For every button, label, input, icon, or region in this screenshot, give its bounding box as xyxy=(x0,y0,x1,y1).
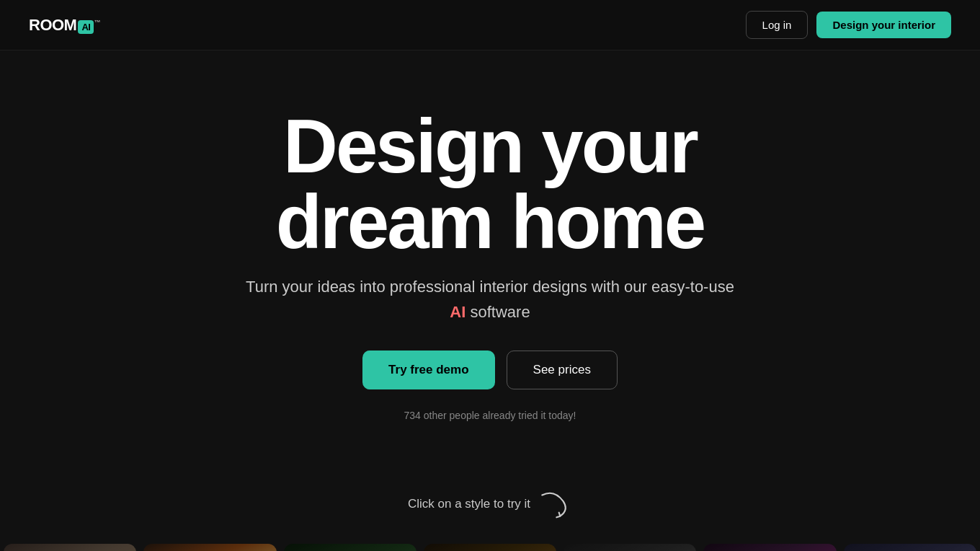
hint-label: Click on a style to try it xyxy=(408,497,530,511)
gallery-section: Click on a style to try it Japanese ZenB… xyxy=(0,464,980,551)
brand-tm: ™ xyxy=(94,18,100,25)
style-card-bohemian[interactable]: Bohemian xyxy=(143,544,276,551)
hero-title-line2: dream home xyxy=(276,180,704,264)
hero-subtitle-before: Turn your ideas into professional interi… xyxy=(246,278,734,296)
style-card-candy-land[interactable]: Candy Land xyxy=(703,544,836,551)
style-card-cosmic-chic[interactable]: Cosmic Chic xyxy=(284,544,416,551)
style-card-bg-contemporary xyxy=(844,544,976,551)
hero-buttons: Try free demo See prices xyxy=(362,351,618,389)
hero-subtitle: Turn your ideas into professional interi… xyxy=(238,274,742,325)
style-card-bg-steampunk xyxy=(424,544,556,551)
brand-ai-badge: AI xyxy=(78,20,94,34)
style-card-industrial[interactable]: Industrial xyxy=(564,544,696,551)
style-card-bg-candy-land xyxy=(703,544,836,551)
design-button[interactable]: Design your interior xyxy=(816,12,951,38)
hero-ai-highlight: AI xyxy=(450,303,466,321)
style-card-japanese-zen[interactable]: Japanese Zen xyxy=(4,544,136,551)
style-card-bg-industrial xyxy=(564,544,696,551)
style-card-steampunk[interactable]: Steampunk xyxy=(424,544,556,551)
curved-arrow-icon xyxy=(536,486,572,522)
style-card-contemporary[interactable]: Contemporary xyxy=(844,544,976,551)
nav-buttons: Log in Design your interior xyxy=(746,11,951,39)
style-card-bg-cosmic-chic xyxy=(284,544,416,551)
navbar: ROOMAI™ Log in Design your interior xyxy=(0,0,980,50)
brand-name: ROOM xyxy=(29,16,76,34)
see-prices-button[interactable]: See prices xyxy=(507,351,618,389)
click-hint: Click on a style to try it xyxy=(0,486,980,522)
style-card-bg-bohemian xyxy=(143,544,276,551)
hero-section: Design your dream home Turn your ideas i… xyxy=(0,50,980,464)
hero-title-line1: Design your xyxy=(283,104,697,188)
hero-count-text: 734 other people already tried it today! xyxy=(404,410,576,421)
style-cards-row: Japanese ZenBohemianCosmic ChicSteampunk… xyxy=(0,544,980,551)
hero-subtitle-after: software xyxy=(466,303,530,321)
logo-text: ROOMAI™ xyxy=(29,16,100,35)
logo: ROOMAI™ xyxy=(29,16,100,35)
hero-title: Design your dream home xyxy=(276,108,704,260)
style-card-bg-japanese-zen xyxy=(4,544,136,551)
try-demo-button[interactable]: Try free demo xyxy=(362,351,495,389)
login-button[interactable]: Log in xyxy=(746,11,808,39)
